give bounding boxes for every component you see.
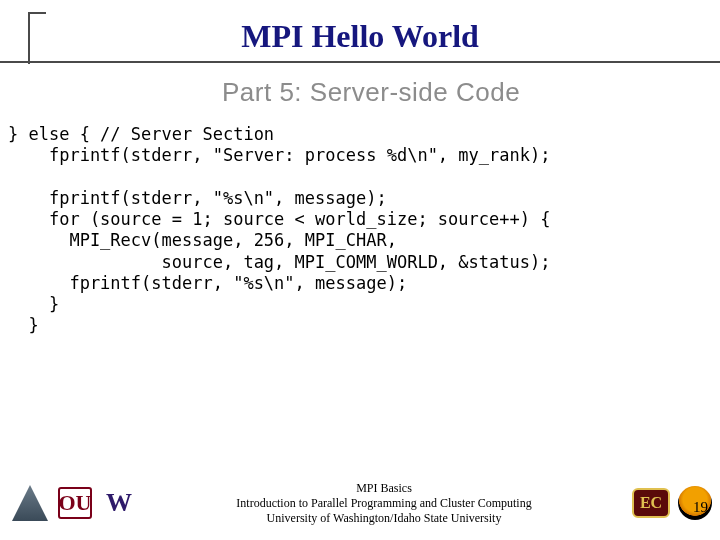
slide-title: MPI Hello World <box>0 18 720 55</box>
corner-decoration <box>28 12 46 64</box>
footer-line1: MPI Basics <box>142 481 626 496</box>
ec-shield-logo-icon: EC <box>632 488 670 518</box>
w-logo-icon: W <box>102 487 136 519</box>
slide-header: MPI Hello World Part 5: Server-side Code <box>0 0 720 122</box>
page-number: 19 <box>693 499 708 516</box>
triangle-logo-icon <box>12 485 48 521</box>
code-snippet: } else { // Server Section fprintf(stder… <box>0 122 720 337</box>
ou-logo-icon: OU <box>58 487 92 519</box>
footer-line2: Introduction to Parallel Programming and… <box>142 496 626 511</box>
footer-caption: MPI Basics Introduction to Parallel Prog… <box>136 481 632 526</box>
footer-line3: University of Washington/Idaho State Uni… <box>142 511 626 526</box>
slide-subtitle: Part 5: Server-side Code <box>0 63 720 122</box>
slide-footer: OU W MPI Basics Introduction to Parallel… <box>0 474 720 532</box>
footer-logos-left: OU W <box>0 485 136 521</box>
